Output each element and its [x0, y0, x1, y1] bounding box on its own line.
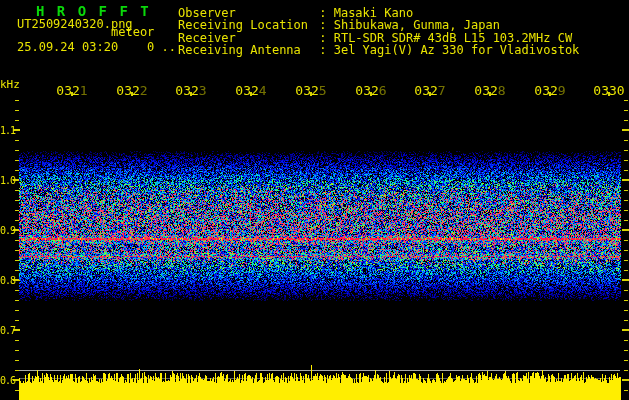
station-value: Shibukawa, Gunma, Japan — [334, 19, 500, 31]
observation-mode-label: meteor — [111, 25, 154, 39]
freq-tick-label: 1.1 — [0, 125, 16, 136]
station-label: Receiving Location — [178, 19, 312, 31]
time-tick-label: 0326 — [355, 83, 386, 98]
freq-tick-label: 0.8 — [0, 275, 16, 286]
time-tick-label: 0328 — [474, 83, 505, 98]
spectrogram-canvas — [0, 0, 629, 400]
freq-tick-label: 0.7 — [0, 325, 16, 336]
station-value: 3el Yagi(V) Az 330 for Vladivostok — [334, 44, 580, 56]
time-tick-label: 0322 — [116, 83, 147, 98]
station-row-antenna: Receiving Antenna : 3el Yagi(V) Az 330 f… — [178, 44, 579, 56]
time-tick-label: 0323 — [175, 83, 206, 98]
time-tick-label: 0327 — [414, 83, 445, 98]
datetime-count-label: 25.09.24 03:20 0 .. — [17, 40, 176, 54]
hrofft-screen: H R O F F T UT2509240320.png meteor 25.0… — [0, 0, 629, 400]
freq-axis-unit-label: kHz — [0, 78, 20, 91]
time-tick-label: 0329 — [534, 83, 565, 98]
station-row-location: Receiving Location : Shibukawa, Gunma, J… — [178, 19, 579, 31]
freq-tick-label: 0.9 — [0, 225, 16, 236]
separator: : — [312, 19, 334, 31]
station-info: Observer : Masaki Kano Receiving Locatio… — [178, 7, 579, 57]
time-tick-label: 0330 — [593, 83, 624, 98]
freq-tick-label: 0.6 — [0, 375, 16, 386]
time-tick-label: 0325 — [295, 83, 326, 98]
time-tick-label: 0321 — [56, 83, 87, 98]
separator: : — [312, 44, 334, 56]
freq-tick-label: 1.0 — [0, 175, 16, 186]
station-label: Receiving Antenna — [178, 44, 312, 56]
time-tick-label: 0324 — [235, 83, 266, 98]
